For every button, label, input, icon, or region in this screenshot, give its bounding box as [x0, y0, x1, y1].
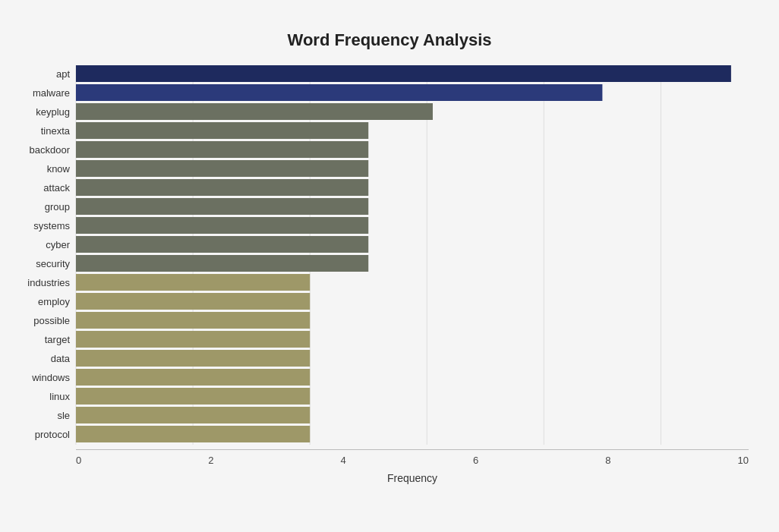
svg-rect-38	[76, 369, 310, 386]
svg-text:keyplug: keyplug	[36, 106, 70, 118]
svg-rect-16	[76, 160, 368, 177]
svg-rect-8	[76, 84, 602, 101]
x-axis-ticks: 0246810	[76, 455, 749, 466]
svg-text:sle: sle	[57, 410, 70, 421]
svg-text:possible: possible	[33, 315, 70, 326]
x-tick: 8	[605, 455, 610, 466]
svg-text:cyber: cyber	[46, 239, 70, 250]
chart-area: aptmalwarekeyplugtinextabackdoorknowatta…	[15, 65, 764, 484]
chart-title: Word Frequency Analysis	[15, 30, 764, 50]
svg-text:security: security	[36, 258, 70, 269]
svg-text:know: know	[47, 163, 71, 175]
svg-rect-6	[76, 65, 731, 82]
svg-text:malware: malware	[33, 87, 70, 99]
svg-text:windows: windows	[31, 372, 70, 383]
x-axis-label: Frequency	[76, 472, 749, 484]
svg-rect-22	[76, 217, 368, 234]
svg-rect-18	[76, 179, 368, 196]
x-tick: 10	[737, 455, 748, 466]
bar-chart-svg: aptmalwarekeyplugtinextabackdoorknowatta…	[76, 65, 749, 446]
x-tick: 6	[473, 455, 478, 466]
svg-rect-26	[76, 255, 368, 272]
svg-rect-10	[76, 103, 433, 120]
svg-rect-36	[76, 350, 310, 367]
svg-rect-20	[76, 198, 368, 215]
svg-rect-28	[76, 274, 310, 291]
x-axis: 0246810 Frequency	[76, 449, 749, 484]
svg-text:backdoor: backdoor	[30, 144, 71, 156]
svg-text:attack: attack	[43, 182, 70, 194]
svg-text:employ: employ	[38, 296, 70, 307]
svg-rect-12	[76, 122, 368, 139]
svg-text:industries: industries	[27, 277, 70, 288]
svg-text:group: group	[45, 201, 70, 212]
svg-text:data: data	[51, 353, 71, 364]
chart-plot: aptmalwarekeyplugtinextabackdoorknowatta…	[76, 65, 749, 446]
svg-text:tinexta: tinexta	[41, 125, 71, 137]
chart-container: Word Frequency Analysis aptmalwarekeyplu…	[0, 15, 779, 532]
svg-rect-34	[76, 331, 310, 348]
svg-rect-42	[76, 407, 310, 423]
svg-rect-32	[76, 312, 310, 329]
svg-text:protocol: protocol	[35, 429, 70, 440]
svg-text:linux: linux	[49, 391, 70, 402]
svg-rect-40	[76, 388, 310, 405]
svg-rect-24	[76, 236, 368, 253]
svg-rect-44	[76, 426, 310, 442]
svg-rect-30	[76, 293, 310, 310]
svg-text:apt: apt	[56, 68, 70, 80]
x-tick: 2	[208, 455, 213, 466]
svg-rect-14	[76, 141, 368, 158]
x-tick: 0	[76, 455, 81, 466]
svg-text:systems: systems	[33, 220, 70, 231]
x-tick: 4	[341, 455, 346, 466]
svg-text:target: target	[45, 334, 71, 345]
